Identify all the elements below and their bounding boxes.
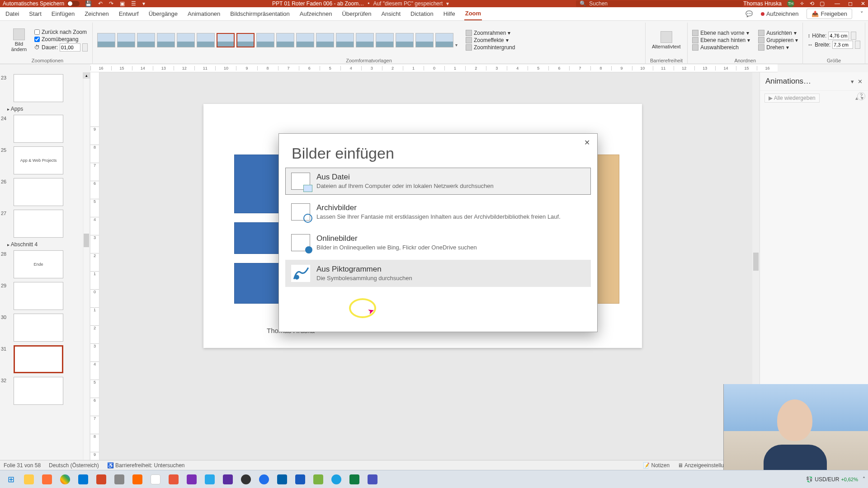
tab-aufzeichnen[interactable]: Aufzeichnen	[299, 8, 333, 20]
taskbar-app[interactable]	[328, 472, 344, 487]
record-button[interactable]: Aufzeichnen	[761, 10, 799, 17]
currency-widget[interactable]: 💱 USD/EUR +0,62%	[806, 476, 858, 483]
ribbon-collapse-icon[interactable]: ˅	[860, 10, 863, 17]
slide-thumbnail[interactable]: 27	[0, 208, 90, 239]
taskbar-app[interactable]	[364, 472, 381, 487]
style-thumb[interactable]	[316, 33, 334, 47]
taskbar-app[interactable]	[75, 472, 91, 487]
taskbar-app[interactable]	[57, 472, 73, 487]
tab-zeichnen[interactable]: Zeichnen	[84, 8, 109, 20]
pane-close-icon[interactable]: ✕	[858, 78, 863, 85]
style-thumb[interactable]	[256, 33, 274, 47]
style-thumb[interactable]	[117, 33, 135, 47]
start-button[interactable]: ⊞	[3, 472, 19, 487]
user-avatar[interactable]: TH	[787, 0, 794, 7]
taskbar-app[interactable]	[21, 472, 37, 487]
taskbar-app[interactable]	[256, 472, 272, 487]
taskbar-app[interactable]	[165, 472, 182, 487]
bring-forward-button[interactable]: Ebene nach vorne ▾	[692, 30, 750, 36]
tab-bildschirmpraesentation[interactable]: Bildschirmpräsentation	[229, 8, 291, 20]
gallery-more-icon[interactable]: ▾	[455, 42, 458, 47]
play-all-button[interactable]: ▶ Alle wiedergeben	[764, 94, 820, 103]
taskbar-app[interactable]	[238, 472, 254, 487]
style-thumb[interactable]	[157, 33, 175, 47]
sync-icon[interactable]: ⟲	[810, 0, 814, 7]
system-tray[interactable]: 💱 USD/EUR +0,62% ˄	[806, 476, 865, 483]
scroll-thumb[interactable]	[753, 253, 759, 271]
style-thumb[interactable]	[97, 33, 115, 47]
slide-counter[interactable]: Folie 31 von 58	[4, 462, 41, 469]
style-thumb[interactable]	[415, 33, 434, 47]
close-window-button[interactable]: ✕	[861, 0, 865, 7]
taskbar-app[interactable]	[184, 472, 200, 487]
style-thumb[interactable]	[435, 33, 453, 47]
slide-thumbnail[interactable]: 29	[0, 280, 90, 312]
coming-soon-icon[interactable]: ✧	[800, 0, 804, 7]
insert-option-picto[interactable]: Aus PiktogrammenDie Symbolesammlung durc…	[285, 260, 591, 287]
style-thumb[interactable]	[177, 33, 195, 47]
language-indicator[interactable]: Deutsch (Österreich)	[49, 462, 99, 469]
insert-option-stock[interactable]: ArchivbilderLassen Sie Ihrer Fantasie mi…	[285, 198, 591, 225]
user-name[interactable]: Thomas Hruska	[743, 0, 782, 7]
height-spinner[interactable]: ↕Höhe:	[807, 32, 860, 40]
notes-button[interactable]: 📝 Notizen	[643, 462, 670, 469]
insert-option-online[interactable]: OnlinebilderBilder in Onlinequellen wie …	[285, 229, 591, 256]
taskbar-app[interactable]	[274, 472, 290, 487]
zoom-style-gallery[interactable]: ▾	[97, 33, 458, 47]
tray-overflow-icon[interactable]: ˄	[863, 476, 865, 483]
taskbar-app[interactable]	[111, 472, 127, 487]
present-icon[interactable]: ▣	[120, 0, 125, 7]
zoom-transition-checkbox[interactable]: Zoomübergang	[34, 36, 88, 42]
rotate-button[interactable]: Drehen ▾	[758, 44, 798, 51]
tab-einfuegen[interactable]: Einfügen	[51, 8, 75, 20]
taskbar-app[interactable]	[292, 472, 308, 487]
taskbar-app[interactable]	[202, 472, 218, 487]
taskbar-app[interactable]	[220, 472, 236, 487]
undo-icon[interactable]: ↶	[98, 0, 103, 7]
style-thumb[interactable]	[336, 33, 354, 47]
slide-thumbnail[interactable]: 23	[0, 72, 90, 104]
pane-options-icon[interactable]: ▾	[851, 78, 854, 85]
send-backward-button[interactable]: Ebene nach hinten ▾	[692, 37, 750, 43]
tab-ueberpruefen[interactable]: Überprüfen	[341, 8, 372, 20]
minimize-button[interactable]: —	[835, 0, 840, 7]
slide-thumbnail[interactable]: 32	[0, 375, 90, 407]
slide-thumbnail[interactable]: 28Ende	[0, 249, 90, 280]
scroll-thumb[interactable]	[84, 234, 89, 247]
insert-option-file[interactable]: Aus DateiDateien auf Ihrem Computer oder…	[285, 168, 591, 195]
zoomframe-button[interactable]: Zoomrahmen ▾	[466, 30, 515, 36]
style-thumb[interactable]	[197, 33, 215, 47]
comments-button[interactable]: 💬	[745, 10, 753, 17]
tab-dictation[interactable]: Dictation	[410, 8, 434, 20]
share-button[interactable]: 📤 Freigeben	[807, 9, 852, 19]
width-spinner[interactable]: ↔Breite:	[807, 41, 860, 49]
tab-ansicht[interactable]: Ansicht	[380, 8, 401, 20]
slide-thumbnail[interactable]: 31	[0, 343, 90, 375]
taskbar-app[interactable]	[346, 472, 363, 487]
tab-start[interactable]: Start	[28, 8, 42, 20]
style-thumb[interactable]	[137, 33, 155, 47]
help-icon[interactable]: ?	[857, 92, 865, 100]
taskbar-app[interactable]	[39, 472, 55, 487]
dialog-close-button[interactable]: ✕	[581, 137, 593, 148]
tab-zoom[interactable]: Zoom	[464, 7, 482, 20]
zoombackground-button[interactable]: Zoomhintergrund	[466, 44, 515, 51]
style-thumb[interactable]	[276, 33, 294, 47]
style-thumb[interactable]	[217, 33, 235, 47]
change-image-button[interactable]: Bild ändern	[7, 28, 31, 53]
style-thumb[interactable]	[356, 33, 374, 47]
tab-animationen[interactable]: Animationen	[187, 8, 221, 20]
maximize-button[interactable]: ◻	[848, 0, 853, 7]
duration-spinner[interactable]: ⏱ Dauer:	[34, 43, 88, 52]
spinner-arrows-icon[interactable]	[855, 41, 860, 49]
accessibility-check[interactable]: ♿ Barrierefreiheit: Untersuchen	[107, 462, 185, 469]
taskbar-app[interactable]	[310, 472, 326, 487]
window-mode-icon[interactable]: ▢	[820, 0, 825, 7]
autosave-toggle[interactable]: Automatisches Speichern	[3, 0, 80, 7]
taskbar-app[interactable]	[147, 472, 164, 487]
section-header[interactable]: Abschnitt 4	[0, 239, 90, 249]
slide-thumbnail[interactable]: 25App & Web Projects	[0, 145, 90, 176]
taskbar-app[interactable]	[93, 472, 109, 487]
style-thumb[interactable]	[376, 33, 394, 47]
section-header[interactable]: Apps	[0, 104, 90, 113]
